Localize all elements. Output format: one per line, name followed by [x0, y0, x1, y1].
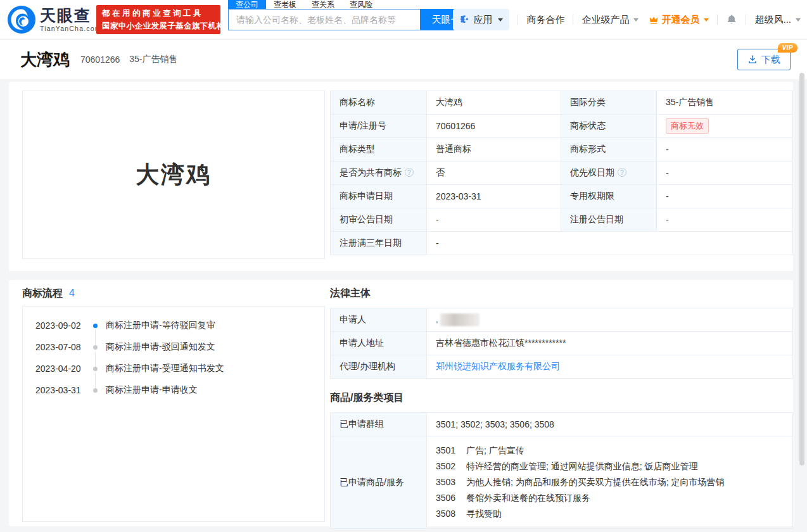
logo-text: 天眼查 TianYanCha.com	[40, 7, 101, 32]
detail-label: 商标名称	[331, 91, 427, 115]
promo-banner: 都在用的商业查询工具 国家中小企业发展子基金旗下机构	[96, 5, 220, 34]
crown-icon	[649, 15, 659, 25]
table-row: 商标类型 普通商标 商标形式 -	[331, 138, 793, 162]
nav-enterprise[interactable]: 企业级产品	[581, 14, 639, 26]
service-item: 3502 特许经营的商业管理; 通过网站提供商业信息; 饭店商业管理	[436, 459, 784, 474]
table-row: 初审公告日期 - 注册公告日期 -	[331, 208, 793, 232]
goods-value: 3501; 3502; 3503; 3506; 3508	[427, 413, 793, 436]
table-row: 申请人 ,	[331, 308, 793, 332]
detail-label: 是否为共有商标?	[331, 162, 427, 185]
detail-label: 初审公告日期	[331, 208, 427, 232]
scrollbar-thumb[interactable]	[799, 73, 804, 466]
nav-divider	[717, 15, 718, 25]
service-desc: 广告; 广告宣传	[466, 443, 524, 459]
detail-value: -	[657, 208, 793, 232]
detail-value: -	[427, 232, 793, 255]
help-icon[interactable]: ?	[618, 168, 626, 177]
registration-number: 70601266	[80, 54, 120, 65]
search-tabs: 查公司 查老板 查关系 查风险	[228, 0, 481, 9]
nav-divider	[573, 15, 573, 25]
download-label: 下载	[761, 54, 780, 66]
process-count: 4	[69, 288, 75, 298]
detail-value: -	[657, 185, 793, 208]
logo-title: 天眼查	[40, 7, 101, 23]
chevron-down-icon	[633, 18, 639, 22]
nav-cooperation[interactable]: 商务合作	[526, 14, 564, 26]
nav-super-risk[interactable]: 超级风...	[754, 14, 801, 26]
vip-badge: VIP	[778, 43, 797, 53]
nav-open-vip[interactable]: 开通会员	[649, 14, 709, 26]
nav-apps[interactable]: 应用	[453, 9, 509, 30]
table-row: 申请人地址 吉林省德惠市松花江镇************	[331, 332, 793, 355]
detail-value: -	[657, 138, 793, 162]
table-row: 申请/注册号 70601266 商标状态 商标无效	[331, 115, 793, 138]
goods-label: 已申请群组	[331, 413, 427, 436]
service-desc: 为他人推销; 为商品和服务的买卖双方提供在线市场; 定向市场营销	[466, 474, 725, 490]
header: 天眼查 TianYanCha.com 都在用的商业查询工具 国家中小企业发展子基…	[0, 0, 807, 39]
nav-divider	[746, 15, 746, 25]
table-row: 是否为共有商标? 否 优先权日期? -	[331, 162, 793, 185]
detail-label: 商标申请日期	[331, 185, 427, 208]
goods-services-table: 已申请群组 3501; 3502; 3503; 3506; 3508 已申请商品…	[330, 412, 793, 529]
tab-search-company[interactable]: 查公司	[228, 0, 266, 9]
trademark-detail-table: 商标名称 大湾鸡 国际分类 35-广告销售 申请/注册号 70601266 商标…	[330, 91, 793, 255]
main-content: 大湾鸡 商标名称 大湾鸡 国际分类 35-广告销售 申请/注册号 7060126…	[9, 82, 793, 526]
detail-value: 商标无效	[657, 115, 793, 138]
legal-value: 吉林省德惠市松花江镇************	[427, 332, 793, 355]
promo-line1: 都在用的商业查询工具	[102, 8, 215, 19]
table-row: 已申请群组 3501; 3502; 3503; 3506; 3508	[331, 413, 793, 436]
timeline-dot-icon	[93, 324, 98, 328]
service-desc: 餐馆外卖和送餐的在线预订服务	[466, 490, 590, 506]
trademark-image-text: 大湾鸡	[136, 159, 212, 191]
goods-label: 已申请商品/服务	[331, 436, 427, 529]
nav-open-vip-label: 开通会员	[661, 14, 699, 26]
trademark-category: 35-广告销售	[129, 54, 177, 65]
goods-services-list: 3501 广告; 广告宣传 3502 特许经营的商业管理; 通过网站提供商业信息…	[427, 436, 793, 529]
nav-divider	[518, 15, 518, 25]
tab-search-relation[interactable]: 查关系	[304, 0, 342, 9]
nav-apps-label: 应用	[473, 14, 492, 26]
trademark-image: 大湾鸡	[22, 91, 325, 259]
detail-value: 70601266	[427, 115, 561, 138]
timeline-date: 2023-07-08	[35, 342, 86, 352]
service-item: 3508 寻找赞助	[436, 506, 784, 522]
service-code: 3508	[436, 506, 466, 522]
tianyancha-logo-icon	[8, 6, 35, 34]
timeline-date: 2023-09-02	[35, 320, 86, 331]
process-title-text: 商标流程	[22, 288, 63, 298]
chevron-down-icon	[796, 18, 801, 22]
help-icon[interactable]: ?	[405, 168, 414, 177]
service-code: 3502	[436, 459, 466, 474]
tab-search-boss[interactable]: 查老板	[266, 0, 304, 9]
table-row: 代理/办理机构 郑州锐进知识产权服务有限公司	[331, 355, 793, 379]
legal-entity-table: 申请人 , 申请人地址 吉林省德惠市松花江镇************ 代理/办理…	[330, 308, 793, 379]
service-desc: 寻找赞助	[466, 506, 502, 522]
notification-bell-icon[interactable]	[726, 14, 737, 25]
logo[interactable]: 天眼查 TianYanCha.com	[8, 6, 101, 34]
puzzle-icon	[459, 15, 469, 25]
service-item: 3506 餐馆外卖和送餐的在线预订服务	[436, 490, 784, 506]
tab-search-risk[interactable]: 查风险	[342, 0, 380, 9]
timeline-label: 商标注册申请-等待驳回复审	[106, 320, 215, 331]
detail-value: -	[657, 162, 793, 185]
applicant-redacted-block	[440, 314, 480, 326]
detail-label-text: 是否为共有商标	[340, 167, 402, 177]
table-row: 商标名称 大湾鸡 国际分类 35-广告销售	[331, 91, 793, 115]
detail-label: 申请/注册号	[331, 115, 427, 138]
download-button[interactable]: 下载 VIP	[737, 49, 791, 70]
trademark-sections-card: 商标流程4 2023-09-02 商标注册申请-等待驳回复审 2023-07-0…	[9, 280, 793, 526]
detail-label: 国际分类	[561, 91, 657, 115]
detail-value: -	[427, 208, 561, 232]
legal-section-title: 法律主体	[330, 287, 793, 300]
service-desc: 特许经营的商业管理; 通过网站提供商业信息; 饭店商业管理	[466, 459, 698, 474]
legal-value: ,	[427, 308, 793, 332]
legal-label: 代理/办理机构	[331, 355, 427, 379]
table-row: 注册满三年日期 -	[331, 232, 793, 255]
agency-link[interactable]: 郑州锐进知识产权服务有限公司	[436, 361, 560, 371]
search-input[interactable]	[228, 9, 420, 30]
detail-label: 注册满三年日期	[331, 232, 427, 255]
applicant-text: ,	[436, 315, 438, 324]
detail-value: 2023-03-31	[427, 185, 561, 208]
nav-enterprise-label: 企业级产品	[581, 14, 629, 26]
detail-label: 商标类型	[331, 138, 427, 162]
